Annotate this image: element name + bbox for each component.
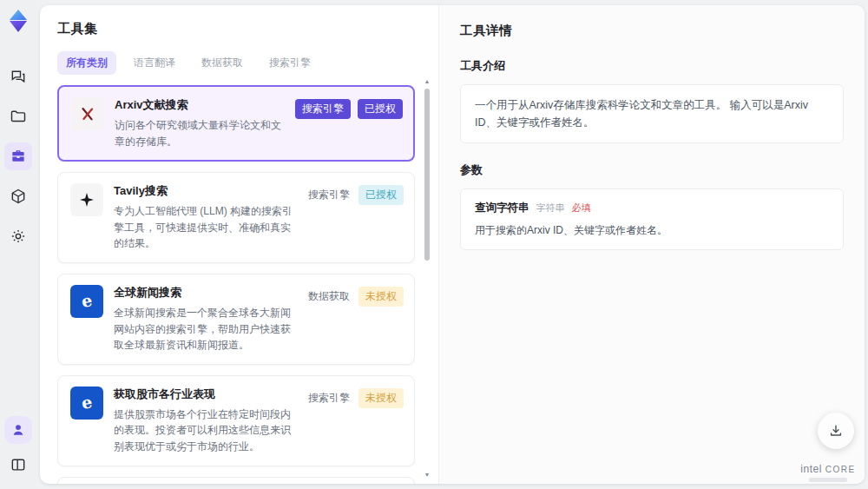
settings-gear-icon[interactable] [4, 222, 32, 250]
tab-data-fetching[interactable]: 数据获取 [193, 51, 252, 75]
tool-card-stock-industry[interactable]: e 获取股市各行业表现 提供股票市场各个行业在特定时间段内的表现。投资者可以利用… [57, 375, 415, 466]
scroll-down-arrow[interactable]: ▼ [424, 472, 431, 479]
chat-icon[interactable] [4, 63, 32, 90]
intro-text: 一个用于从Arxiv存储库搜索科学论文和文章的工具。 输入可以是Arxiv ID… [475, 96, 829, 131]
auth-status-badge: 未授权 [358, 287, 404, 307]
auth-status-badge: 已授权 [358, 185, 404, 205]
intro-heading: 工具介绍 [460, 58, 844, 74]
tool-card-active-stocks[interactable]: e 获取市场最活跃股票信息 提供当天交易量最高的股票列表。投资者可以利用这些信息… [57, 477, 415, 484]
auth-status-badge: 已授权 [358, 99, 403, 119]
left-rail [0, 0, 36, 489]
param-required-flag: 必填 [572, 202, 591, 215]
param-name: 查询字符串 [475, 201, 529, 215]
tool-name: Tavily搜索 [114, 183, 296, 199]
param-description: 用于搜索的Arxiv ID、关键字或作者姓名。 [475, 223, 829, 238]
parameter-card: 查询字符串 字符串 必填 用于搜索的Arxiv ID、关键字或作者姓名。 [460, 188, 844, 250]
tool-card-global-news[interactable]: e 全球新闻搜索 全球新闻搜索是一个聚合全球各大新闻网站内容的搜索引擎，帮助用户… [57, 274, 415, 365]
intel-core-logo: intel CORE [800, 463, 856, 482]
tab-language-translation[interactable]: 语言翻译 [125, 51, 184, 75]
download-icon [827, 422, 845, 439]
param-type: 字符串 [536, 202, 565, 215]
tool-description: 专为人工智能代理 (LLM) 构建的搜索引擎工具，可快速提供实时、准确和真实的结… [114, 203, 296, 252]
main-card: 工具集 所有类别 语言翻译 数据获取 搜索引擎 Arxiv文献搜索 访问各个研究… [40, 5, 865, 484]
brand-underline [809, 478, 847, 482]
page-title: 工具集 [57, 21, 438, 37]
tool-name: 获取股市各行业表现 [114, 387, 296, 402]
intel-brand-text: intel [800, 463, 822, 475]
category-tabs: 所有类别 语言翻译 数据获取 搜索引擎 [57, 51, 438, 75]
panel-toggle-icon[interactable] [4, 451, 32, 479]
cube-icon[interactable] [4, 182, 32, 210]
tool-card-arxiv[interactable]: Arxiv文献搜索 访问各个研究领域大量科学论文和文章的存储库。 搜索引擎 已授… [57, 85, 415, 162]
category-label: 搜索引擎 [306, 185, 352, 205]
tool-list-panel: 工具集 所有类别 语言翻译 数据获取 搜索引擎 Arxiv文献搜索 访问各个研究… [40, 5, 438, 484]
category-badge: 搜索引擎 [295, 99, 351, 119]
tab-all-categories[interactable]: 所有类别 [57, 51, 116, 75]
toolbox-icon[interactable] [4, 142, 32, 170]
news-search-icon: e [70, 285, 103, 318]
sparkle-star-icon [70, 183, 103, 216]
arxiv-icon [71, 97, 104, 130]
category-label: 搜索引擎 [306, 388, 352, 408]
download-button[interactable] [818, 413, 854, 449]
category-label: 数据获取 [306, 287, 352, 307]
user-icon[interactable] [4, 416, 32, 444]
scrollbar-thumb[interactable] [424, 89, 430, 261]
folder-icon[interactable] [4, 102, 32, 130]
details-title: 工具详情 [460, 23, 844, 39]
tool-description: 访问各个研究领域大量科学论文和文章的存储库。 [115, 117, 285, 149]
params-heading: 参数 [460, 162, 844, 178]
core-brand-text: CORE [825, 465, 856, 474]
tool-name: 全球新闻搜索 [114, 285, 296, 301]
tool-card-tavily[interactable]: Tavily搜索 专为人工智能代理 (LLM) 构建的搜索引擎工具，可快速提供实… [57, 172, 415, 263]
tab-search-engine[interactable]: 搜索引擎 [260, 51, 319, 75]
tool-description: 提供股票市场各个行业在特定时间段内的表现。投资者可以利用这些信息来识别表现优于或… [114, 406, 296, 455]
app-logo-icon [6, 9, 30, 33]
tool-details-panel: 工具详情 工具介绍 一个用于从Arxiv存储库搜索科学论文和文章的工具。 输入可… [438, 5, 865, 484]
auth-status-badge: 未授权 [358, 388, 404, 408]
scroll-up-arrow[interactable]: ▲ [424, 78, 431, 85]
tool-list: Arxiv文献搜索 访问各个研究领域大量科学论文和文章的存储库。 搜索引擎 已授… [57, 85, 438, 484]
tool-name: Arxiv文献搜索 [115, 97, 285, 113]
tool-description: 全球新闻搜索是一个聚合全球各大新闻网站内容的搜索引擎，帮助用户快速获取全球最新资… [114, 305, 296, 354]
list-scrollbar[interactable]: ▲ ▼ [423, 78, 431, 479]
news-search-icon: e [70, 387, 103, 420]
